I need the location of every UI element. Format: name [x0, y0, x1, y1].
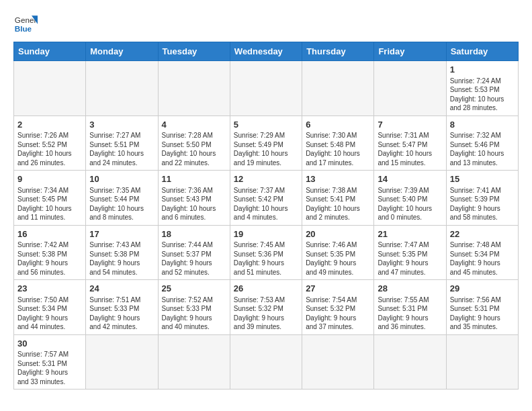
calendar-cell: 24Sunrise: 7:51 AM Sunset: 5:33 PM Dayli…	[86, 280, 158, 335]
calendar-cell: 12Sunrise: 7:37 AM Sunset: 5:42 PM Dayli…	[230, 171, 302, 226]
day-info: Sunrise: 7:43 AM Sunset: 5:38 PM Dayligh…	[89, 240, 154, 277]
header: General Blue	[13, 11, 519, 35]
day-info: Sunrise: 7:47 AM Sunset: 5:35 PM Dayligh…	[378, 240, 442, 277]
week-row-0: 1Sunrise: 7:24 AM Sunset: 5:53 PM Daylig…	[14, 61, 519, 116]
calendar-cell: 30Sunrise: 7:57 AM Sunset: 5:31 PM Dayli…	[14, 334, 86, 390]
calendar-cell: 27Sunrise: 7:54 AM Sunset: 5:32 PM Dayli…	[302, 280, 374, 335]
weekday-header-thursday: Thursday	[302, 42, 374, 61]
calendar-cell: 9Sunrise: 7:34 AM Sunset: 5:45 PM Daylig…	[14, 171, 86, 226]
calendar-cell: 14Sunrise: 7:39 AM Sunset: 5:40 PM Dayli…	[374, 171, 446, 226]
calendar-cell: 26Sunrise: 7:53 AM Sunset: 5:32 PM Dayli…	[230, 280, 302, 335]
day-info: Sunrise: 7:53 AM Sunset: 5:32 PM Dayligh…	[234, 295, 298, 332]
weekday-header-friday: Friday	[374, 42, 446, 61]
week-row-4: 23Sunrise: 7:50 AM Sunset: 5:34 PM Dayli…	[14, 280, 519, 335]
day-info: Sunrise: 7:28 AM Sunset: 5:50 PM Dayligh…	[162, 131, 226, 167]
day-number: 7	[378, 119, 442, 131]
day-info: Sunrise: 7:45 AM Sunset: 5:36 PM Dayligh…	[234, 240, 298, 277]
page: General Blue SundayMondayTuesdayWednesda…	[0, 0, 532, 396]
day-info: Sunrise: 7:30 AM Sunset: 5:48 PM Dayligh…	[306, 131, 370, 167]
calendar-cell: 2Sunrise: 7:26 AM Sunset: 5:52 PM Daylig…	[14, 116, 86, 171]
day-info: Sunrise: 7:26 AM Sunset: 5:52 PM Dayligh…	[17, 131, 82, 167]
day-info: Sunrise: 7:51 AM Sunset: 5:33 PM Dayligh…	[89, 295, 154, 332]
day-number: 27	[306, 283, 370, 295]
calendar-cell: 28Sunrise: 7:55 AM Sunset: 5:31 PM Dayli…	[374, 280, 446, 335]
weekday-header-saturday: Saturday	[446, 42, 518, 61]
calendar-cell: 4Sunrise: 7:28 AM Sunset: 5:50 PM Daylig…	[158, 116, 230, 171]
calendar-cell	[86, 334, 158, 390]
day-number: 24	[89, 283, 154, 295]
day-info: Sunrise: 7:36 AM Sunset: 5:43 PM Dayligh…	[162, 186, 226, 222]
weekday-header-row: SundayMondayTuesdayWednesdayThursdayFrid…	[14, 42, 519, 61]
day-number: 15	[450, 173, 515, 185]
calendar-cell: 5Sunrise: 7:29 AM Sunset: 5:49 PM Daylig…	[230, 116, 302, 171]
day-number: 17	[89, 228, 154, 240]
day-number: 26	[234, 283, 298, 295]
day-number: 9	[17, 173, 82, 185]
day-number: 6	[306, 119, 370, 131]
weekday-header-tuesday: Tuesday	[158, 42, 230, 61]
day-info: Sunrise: 7:55 AM Sunset: 5:31 PM Dayligh…	[378, 295, 442, 332]
day-number: 13	[306, 173, 370, 185]
day-info: Sunrise: 7:54 AM Sunset: 5:32 PM Dayligh…	[306, 295, 370, 332]
day-info: Sunrise: 7:56 AM Sunset: 5:31 PM Dayligh…	[450, 295, 515, 332]
calendar-cell	[230, 334, 302, 390]
calendar: SundayMondayTuesdayWednesdayThursdayFrid…	[13, 42, 519, 390]
calendar-cell: 11Sunrise: 7:36 AM Sunset: 5:43 PM Dayli…	[158, 171, 230, 226]
day-number: 8	[450, 119, 515, 131]
day-info: Sunrise: 7:34 AM Sunset: 5:45 PM Dayligh…	[17, 186, 82, 222]
calendar-cell: 6Sunrise: 7:30 AM Sunset: 5:48 PM Daylig…	[302, 116, 374, 171]
day-number: 20	[306, 228, 370, 240]
day-info: Sunrise: 7:37 AM Sunset: 5:42 PM Dayligh…	[234, 186, 298, 222]
calendar-cell: 18Sunrise: 7:44 AM Sunset: 5:37 PM Dayli…	[158, 225, 230, 280]
day-number: 30	[17, 338, 82, 350]
day-number: 14	[378, 173, 442, 185]
calendar-cell	[302, 334, 374, 390]
day-info: Sunrise: 7:42 AM Sunset: 5:38 PM Dayligh…	[17, 240, 82, 277]
day-number: 4	[162, 119, 226, 131]
calendar-cell: 7Sunrise: 7:31 AM Sunset: 5:47 PM Daylig…	[374, 116, 446, 171]
calendar-cell	[302, 61, 374, 116]
day-info: Sunrise: 7:48 AM Sunset: 5:34 PM Dayligh…	[450, 240, 515, 277]
day-number: 10	[89, 173, 154, 185]
calendar-cell: 20Sunrise: 7:46 AM Sunset: 5:35 PM Dayli…	[302, 225, 374, 280]
calendar-cell: 23Sunrise: 7:50 AM Sunset: 5:34 PM Dayli…	[14, 280, 86, 335]
day-info: Sunrise: 7:57 AM Sunset: 5:31 PM Dayligh…	[17, 350, 82, 386]
calendar-cell	[158, 334, 230, 390]
calendar-cell	[86, 61, 158, 116]
day-number: 22	[450, 228, 515, 240]
day-info: Sunrise: 7:46 AM Sunset: 5:35 PM Dayligh…	[306, 240, 370, 277]
day-number: 1	[450, 64, 515, 76]
calendar-cell	[158, 61, 230, 116]
day-info: Sunrise: 7:24 AM Sunset: 5:53 PM Dayligh…	[450, 77, 515, 113]
calendar-cell: 1Sunrise: 7:24 AM Sunset: 5:53 PM Daylig…	[446, 61, 518, 116]
calendar-cell: 22Sunrise: 7:48 AM Sunset: 5:34 PM Dayli…	[446, 225, 518, 280]
calendar-cell: 16Sunrise: 7:42 AM Sunset: 5:38 PM Dayli…	[14, 225, 86, 280]
day-number: 5	[234, 119, 298, 131]
weekday-header-monday: Monday	[86, 42, 158, 61]
day-info: Sunrise: 7:52 AM Sunset: 5:33 PM Dayligh…	[162, 295, 226, 332]
calendar-cell: 29Sunrise: 7:56 AM Sunset: 5:31 PM Dayli…	[446, 280, 518, 335]
day-info: Sunrise: 7:31 AM Sunset: 5:47 PM Dayligh…	[378, 131, 442, 167]
calendar-cell: 3Sunrise: 7:27 AM Sunset: 5:51 PM Daylig…	[86, 116, 158, 171]
week-row-2: 9Sunrise: 7:34 AM Sunset: 5:45 PM Daylig…	[14, 171, 519, 226]
week-row-3: 16Sunrise: 7:42 AM Sunset: 5:38 PM Dayli…	[14, 225, 519, 280]
logo: General Blue	[13, 11, 38, 35]
day-number: 25	[162, 283, 226, 295]
week-row-5: 30Sunrise: 7:57 AM Sunset: 5:31 PM Dayli…	[14, 334, 519, 390]
day-number: 28	[378, 283, 442, 295]
day-info: Sunrise: 7:29 AM Sunset: 5:49 PM Dayligh…	[234, 131, 298, 167]
logo-icon: General Blue	[13, 11, 38, 35]
calendar-cell	[230, 61, 302, 116]
day-info: Sunrise: 7:35 AM Sunset: 5:44 PM Dayligh…	[89, 186, 154, 222]
calendar-cell: 25Sunrise: 7:52 AM Sunset: 5:33 PM Dayli…	[158, 280, 230, 335]
day-info: Sunrise: 7:27 AM Sunset: 5:51 PM Dayligh…	[89, 131, 154, 167]
day-number: 3	[89, 119, 154, 131]
calendar-cell: 10Sunrise: 7:35 AM Sunset: 5:44 PM Dayli…	[86, 171, 158, 226]
calendar-cell: 19Sunrise: 7:45 AM Sunset: 5:36 PM Dayli…	[230, 225, 302, 280]
day-number: 18	[162, 228, 226, 240]
calendar-cell: 21Sunrise: 7:47 AM Sunset: 5:35 PM Dayli…	[374, 225, 446, 280]
day-number: 11	[162, 173, 226, 185]
day-info: Sunrise: 7:41 AM Sunset: 5:39 PM Dayligh…	[450, 186, 515, 222]
day-info: Sunrise: 7:44 AM Sunset: 5:37 PM Dayligh…	[162, 240, 226, 277]
calendar-cell: 13Sunrise: 7:38 AM Sunset: 5:41 PM Dayli…	[302, 171, 374, 226]
